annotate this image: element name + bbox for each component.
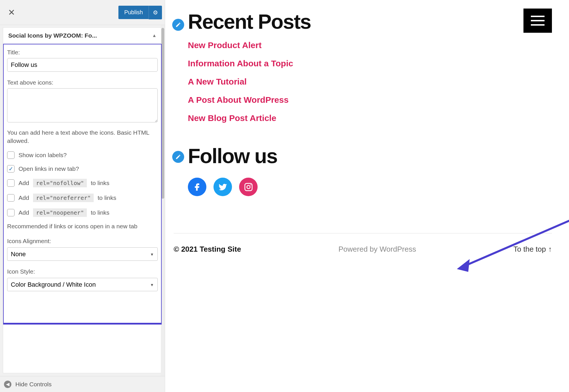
to-top-label: To the top xyxy=(513,245,546,254)
add-label-2: Add xyxy=(19,194,29,201)
show-labels-label: Show icon labels? xyxy=(19,152,67,159)
noreferrer-checkbox[interactable] xyxy=(7,194,15,202)
icon-style-label: Icon Style: xyxy=(7,268,158,275)
post-link[interactable]: A Post About WordPress xyxy=(188,95,289,104)
post-link[interactable]: Information About a Topic xyxy=(188,59,293,68)
list-item: New Blog Post Article xyxy=(188,113,552,123)
accordion-title: Social Icons by WPZOOM: Fo... xyxy=(8,32,97,39)
list-item: Information About a Topic xyxy=(188,59,552,68)
twitter-icon[interactable] xyxy=(213,178,232,196)
nofollow-checkbox[interactable] xyxy=(7,179,15,187)
recent-posts-title: Recent Posts xyxy=(188,11,552,32)
footer-powered: Powered by WordPress xyxy=(338,245,416,254)
rel-nofollow-code: rel="nofollow" xyxy=(33,179,87,187)
gear-icon: ⚙ xyxy=(153,9,158,16)
collapse-icon: ◀ xyxy=(4,381,11,388)
text-above-textarea[interactable] xyxy=(7,88,158,122)
title-label: Title: xyxy=(7,49,158,56)
widget-settings-panel: Title: Text above icons: You can add her… xyxy=(3,44,162,373)
footer-copyright: © 2021 Testing Site xyxy=(174,245,241,253)
edit-widget-button[interactable] xyxy=(172,151,184,163)
widget-accordion-header[interactable]: Social Icons by WPZOOM: Fo... ▲ xyxy=(3,27,162,44)
help-text: You can add here a text above the icons.… xyxy=(7,128,158,145)
chevron-up-icon: ▲ xyxy=(152,33,157,38)
open-new-tab-checkbox[interactable]: ✓ xyxy=(7,165,15,173)
icon-style-select[interactable]: Color Background / White Icon xyxy=(7,278,158,291)
rel-noreferrer-code: rel="noreferrer" xyxy=(33,194,94,202)
recent-posts-widget: Recent Posts New Product Alert Informati… xyxy=(174,11,552,123)
to-links-2: to links xyxy=(98,194,116,201)
follow-us-title: Follow us xyxy=(188,146,552,166)
instagram-icon[interactable] xyxy=(239,178,258,196)
list-item: A New Tutorial xyxy=(188,77,552,87)
open-new-tab-label: Open links in new tab? xyxy=(19,165,79,172)
to-links-1: to links xyxy=(91,180,109,186)
hide-controls-button[interactable]: ◀ Hide Controls xyxy=(0,376,165,392)
rel-noopener-code: rel="noopener" xyxy=(33,208,87,217)
show-labels-checkbox[interactable] xyxy=(7,151,15,159)
publish-button[interactable]: Publish xyxy=(118,6,149,19)
pencil-icon xyxy=(175,22,181,28)
post-link[interactable]: New Blog Post Article xyxy=(188,113,276,123)
alignment-select[interactable]: None xyxy=(7,247,158,261)
alignment-label: Icons Alignment: xyxy=(7,238,158,245)
arrow-up-icon: ↑ xyxy=(548,245,552,254)
list-item: New Product Alert xyxy=(188,40,552,50)
facebook-icon[interactable] xyxy=(188,178,206,196)
post-link[interactable]: New Product Alert xyxy=(188,40,262,50)
title-input[interactable] xyxy=(7,58,158,72)
close-icon[interactable]: ✕ xyxy=(8,7,15,17)
text-above-label: Text above icons: xyxy=(7,79,158,86)
scrollbar-thumb[interactable] xyxy=(161,28,164,199)
add-label-1: Add xyxy=(19,180,29,186)
hide-controls-label: Hide Controls xyxy=(15,381,52,388)
follow-us-widget: Follow us xyxy=(174,146,552,196)
list-item: A Post About WordPress xyxy=(188,95,552,105)
to-top-link[interactable]: To the top ↑ xyxy=(513,245,552,254)
add-label-3: Add xyxy=(19,209,29,216)
post-link[interactable]: A New Tutorial xyxy=(188,77,247,86)
pencil-icon xyxy=(175,154,181,160)
settings-button[interactable]: ⚙ xyxy=(149,6,162,19)
recommended-text: Recommended if links or icons open in a … xyxy=(7,222,158,230)
scrollbar[interactable] xyxy=(161,25,165,376)
site-footer: © 2021 Testing Site Powered by WordPress… xyxy=(174,233,552,265)
to-links-3: to links xyxy=(91,209,109,216)
noopener-checkbox[interactable] xyxy=(7,209,15,216)
edit-widget-button[interactable] xyxy=(172,19,184,31)
